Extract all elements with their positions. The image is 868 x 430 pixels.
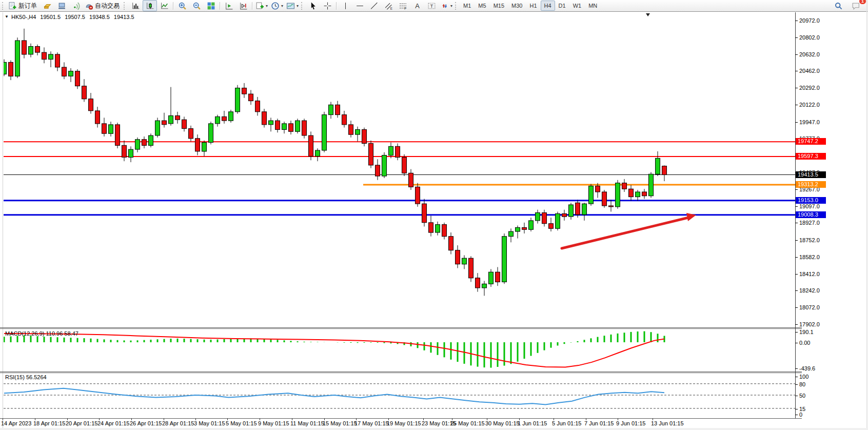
time-axis-label: 24 Apr 01:15 [97,420,129,426]
annotation-arrow[interactable] [562,213,696,248]
new-order-label: 新订单 [18,2,38,10]
timeframe-d1-button[interactable]: D1 [555,1,569,11]
auto-trading-label: 自动交易 [94,2,121,10]
axis-tick [795,377,798,377]
market-watch-button[interactable] [40,0,54,11]
candlestick-plot[interactable] [4,13,795,329]
time-axis-label: 13 Jun 01:15 [651,420,684,426]
toolbar-grip [301,2,304,10]
rsi-axis-label: 100 [799,374,808,380]
search-icon [834,2,843,10]
axis-tick [795,307,798,308]
dropdown-caret-icon[interactable]: ▾ [297,4,299,8]
toolbar-separator [252,2,252,10]
period-clock-button[interactable]: ▾ [269,0,285,11]
level-price-label-19008.3: 19008.3 [796,211,826,218]
auto-scroll-button[interactable] [222,0,236,11]
price-axis-label: 20122.0 [799,102,820,108]
dropdown-caret-icon[interactable]: ▾ [281,4,283,8]
arrows-button[interactable]: ▾ [439,0,454,11]
crosshair-button[interactable] [320,0,334,11]
macd-plot[interactable] [4,329,795,374]
level-price-label-19153.0: 19153.0 [796,197,826,204]
axis-tick [795,343,798,343]
new-chart-icon [255,2,264,10]
rsi-plot[interactable] [4,373,795,420]
rsi-axis-label: 80 [799,381,805,387]
template-icon [286,2,295,10]
time-axis-label: 28 Apr 01:15 [162,420,194,426]
price-axis-label: 17902.0 [799,321,820,327]
trend-line-button[interactable] [367,0,381,11]
zoom-out-button[interactable] [189,0,204,11]
text-label-button[interactable]: T [424,0,439,11]
timeframe-h4-button[interactable]: H4 [541,1,555,11]
time-axis-label: 15 May 01:15 [323,420,357,426]
template-button[interactable]: ▾ [285,0,300,11]
axis-tick [795,105,798,105]
search-button[interactable] [831,0,845,11]
axis-tick [795,324,798,325]
auto-trading-icon [85,2,93,10]
period-clock-icon [271,2,280,10]
axis-tick [795,37,798,38]
time-axis-border [0,418,802,419]
toolbar-grip [124,2,126,10]
auto-trading-button[interactable]: 自动交易 [83,0,123,11]
dropdown-caret-icon[interactable]: ▾ [450,4,452,8]
vertical-line-icon [341,2,350,10]
tile-windows-button[interactable] [204,0,218,11]
macd-axis-label: -439.6 [799,365,815,372]
signals-button[interactable] [69,0,83,11]
toolbar-separator [336,2,337,10]
new-chart-button[interactable]: ▾ [254,0,269,11]
time-axis-label: 7 Jun 01:15 [584,420,614,426]
equidistant-channel-icon: E [384,2,393,10]
zoom-in-button[interactable] [175,0,189,11]
axis-tick [795,274,798,275]
svg-text:A: A [415,2,420,10]
new-order-button[interactable]: 新订单 [7,0,40,11]
vertical-line-button[interactable] [338,0,352,11]
time-axis-label: 25 May 01:15 [450,420,485,426]
timeframe-h1-button[interactable]: H1 [526,1,540,11]
equidistant-channel-button[interactable]: E [381,0,396,11]
cursor-icon [309,2,318,10]
price-axis-label: 19947.0 [799,119,820,125]
candlestick-chart-button[interactable] [143,0,157,11]
time-axis-label: 17 May 01:15 [354,420,389,426]
chart-left-frame [3,12,3,430]
axis-tick [795,415,798,415]
bar-chart-button[interactable] [128,0,143,11]
time-axis-label: 19 May 01:15 [387,420,421,426]
crosshair-icon [323,2,332,10]
axis-tick [795,54,798,55]
timeframe-mn-button[interactable]: MN [585,1,601,11]
timeframe-w1-button[interactable]: W1 [569,1,585,11]
timeframe-m1-button[interactable]: M1 [460,1,475,11]
axis-tick [795,88,798,88]
fibonacci-icon: F [399,2,407,10]
line-chart-button[interactable] [157,0,171,11]
candlestick-chart-icon [146,2,154,10]
timeframe-m5-button[interactable]: M5 [475,1,489,11]
cursor-button[interactable] [306,0,320,11]
svg-text:F: F [404,7,406,10]
dropdown-caret-icon[interactable]: ▾ [266,4,268,8]
terminal-button[interactable] [54,0,69,11]
axis-tick [795,257,798,258]
chart-shift-marker-icon [646,13,650,16]
axis-tick [795,290,798,291]
macd-axis-label: 0.00 [799,340,810,346]
text-button[interactable]: A [410,0,424,11]
horizontal-line-button[interactable] [352,0,367,11]
fibonacci-button[interactable]: F [396,0,410,11]
chart-shift-button[interactable] [236,0,250,11]
horizontal-line-icon [356,2,364,10]
zoom-out-icon [192,2,201,10]
timeframe-m30-button[interactable]: M30 [508,1,526,11]
axis-tick [795,396,798,396]
chat-button[interactable]: 1 [849,0,863,11]
axis-tick [795,368,798,369]
timeframe-m15-button[interactable]: M15 [490,1,508,11]
